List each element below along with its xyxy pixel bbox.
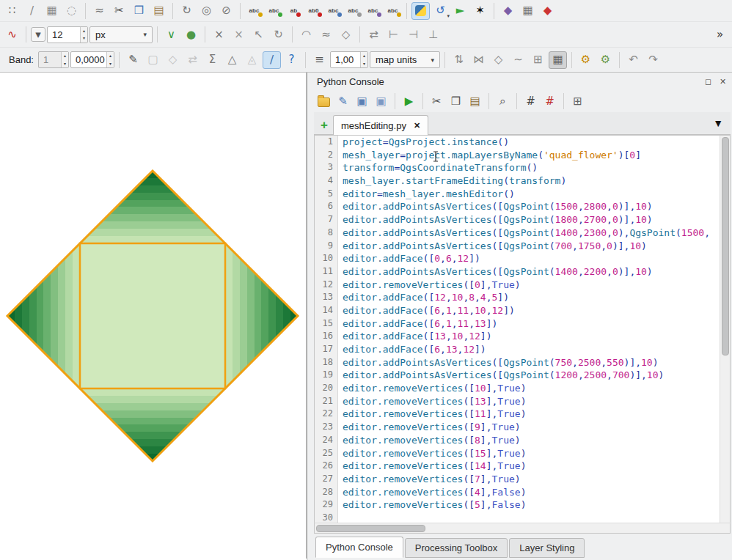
offset-curve-icon[interactable]: ◌ bbox=[62, 2, 81, 20]
code-line[interactable]: 23editor.removeVertices([9],True) bbox=[315, 421, 720, 434]
add-layer-icon[interactable]: ► bbox=[451, 2, 469, 20]
force-by-lines-icon[interactable]: ∕ bbox=[263, 51, 281, 69]
delete-part-icon[interactable]: × bbox=[210, 26, 228, 43]
label-change-properties-icon[interactable]: abc bbox=[364, 2, 382, 20]
code-line[interactable]: 1project=QgsProject.instance() bbox=[315, 136, 720, 149]
code-area[interactable]: 1project=QgsProject.instance()2mesh_laye… bbox=[315, 136, 720, 523]
tab-processing-toolbox[interactable]: Processing Toolbox bbox=[405, 538, 508, 558]
code-line[interactable]: 20editor.removeVertices([10],True) bbox=[315, 382, 720, 395]
code-line[interactable]: 13editor.addFace([12,10,8,4,5]) bbox=[315, 291, 720, 304]
comment-icon[interactable]: # bbox=[522, 93, 539, 109]
digitize-mesh-elements-icon[interactable]: ✎ bbox=[124, 51, 142, 69]
add-tab-button[interactable]: + bbox=[315, 117, 333, 134]
mesh-add-group-gear-icon[interactable]: ⚙ bbox=[596, 51, 615, 69]
select-mesh-by-rect-icon[interactable]: ▢ bbox=[144, 51, 162, 69]
trace-icon[interactable]: ◠ bbox=[297, 26, 315, 43]
code-line[interactable]: 19editor.addPointsAsVertices([QgsPoint(1… bbox=[315, 369, 720, 382]
band-spinbox-down-button[interactable]: ▾ bbox=[62, 60, 68, 68]
rotate-feature-icon[interactable]: ↻ bbox=[177, 2, 196, 20]
code-line[interactable]: 6editor.addPointsAsVertices([QgsPoint(15… bbox=[315, 200, 720, 213]
mesh-options-gear-icon[interactable]: ⚙ bbox=[577, 51, 595, 69]
mesh-calculator-icon[interactable]: ▦ bbox=[519, 2, 537, 20]
code-line[interactable]: 29editor.removeVertices([5],False) bbox=[315, 498, 720, 512]
code-line[interactable]: 25editor.removeVertices([15],True) bbox=[315, 447, 720, 460]
units-combo[interactable]: px▾ bbox=[89, 26, 153, 43]
code-line[interactable]: 28editor.removeVertices([4],False) bbox=[315, 486, 720, 499]
code-line[interactable]: 12editor.removeVertices([0],True) bbox=[315, 279, 720, 292]
code-line[interactable]: 8editor.addPointsAsVertices([QgsPoint(14… bbox=[315, 226, 720, 240]
width-units-combo[interactable]: map units▾ bbox=[370, 51, 440, 68]
copy-icon[interactable]: ❒ bbox=[447, 93, 464, 109]
label-callout-icon[interactable]: abc bbox=[384, 2, 402, 20]
float-panel-icon[interactable]: ◻ bbox=[703, 78, 713, 86]
smooth-mesh-icon[interactable]: ∼ bbox=[509, 51, 527, 69]
code-line[interactable]: 2mesh_layer=project.mapLayersByName('qua… bbox=[315, 149, 720, 162]
undo-icon[interactable]: ↺▾ bbox=[431, 2, 450, 20]
mesh-statistics-icon[interactable]: Σ bbox=[203, 51, 222, 69]
tab-layer-styling[interactable]: Layer Styling bbox=[509, 538, 585, 558]
move-vertex-icon[interactable]: ↖ bbox=[249, 26, 268, 43]
z-spinbox-up-button[interactable]: ▴ bbox=[107, 52, 114, 60]
merge-parts-icon[interactable]: ⊣ bbox=[404, 26, 422, 43]
move-feature-icon[interactable]: ▦ bbox=[43, 2, 61, 20]
cut-icon[interactable]: ✂ bbox=[428, 93, 445, 109]
code-line[interactable]: 14editor.addFace([6,1,11,10,12]) bbox=[315, 304, 720, 317]
editor-tab-meshediting[interactable]: meshEditing.py ✕ bbox=[333, 115, 428, 135]
code-line[interactable]: 15editor.addFace([6,1,11,13]) bbox=[315, 317, 720, 331]
stream-digitize-icon[interactable]: ≈ bbox=[317, 26, 335, 43]
rotate-vertices-icon[interactable]: ↻ bbox=[269, 26, 288, 43]
digitize-curve-icon[interactable]: ∨ bbox=[162, 26, 180, 43]
label-ab-red-icon[interactable]: ab bbox=[285, 2, 303, 20]
reshape-features-icon[interactable]: ∕ bbox=[23, 2, 41, 20]
code-line[interactable]: 9editor.addPointsAsVertices([QgsPoint(70… bbox=[315, 240, 720, 253]
code-line[interactable]: 11editor.addPointsAsVertices([QgsPoint(1… bbox=[315, 265, 720, 279]
code-line[interactable]: 5editor=mesh_layer.meshEditor() bbox=[315, 188, 720, 201]
cut-features-icon[interactable]: ✂ bbox=[110, 2, 128, 20]
snap-settings-icon[interactable]: ⊥ bbox=[424, 26, 442, 43]
size-spinbox-down-button[interactable]: ▾ bbox=[81, 34, 87, 43]
horizontal-scroll-thumb[interactable] bbox=[316, 525, 425, 532]
code-line[interactable]: 4mesh_layer.startFrameEditing(transform) bbox=[315, 174, 720, 188]
refine-face-icon[interactable]: ⊞ bbox=[529, 51, 547, 69]
tab-close-icon[interactable]: ✕ bbox=[414, 121, 420, 130]
tab-list-dropdown-icon[interactable]: ▼ bbox=[713, 117, 729, 129]
annotation-icon[interactable]: ∿ bbox=[3, 26, 21, 43]
flip-edge-icon[interactable]: ⇅ bbox=[450, 51, 468, 69]
close-panel-icon[interactable]: ✕ bbox=[718, 78, 728, 86]
mesh-digitizing-icon[interactable]: ◆ bbox=[499, 2, 517, 20]
style-dropdown-button[interactable]: ▾ bbox=[31, 27, 45, 42]
band-spinbox-up-button[interactable]: ▴ bbox=[62, 52, 68, 60]
editor-vertical-scrollbar[interactable] bbox=[720, 136, 730, 523]
band-spinbox[interactable]: 1▴▾ bbox=[38, 51, 69, 68]
shape-digitize-icon[interactable]: ● bbox=[182, 26, 200, 43]
transform-mesh-vertices-icon[interactable]: ⇄ bbox=[183, 51, 202, 69]
delete-ring-icon[interactable]: ⊘ bbox=[217, 2, 235, 20]
copy-features-icon[interactable]: ❒ bbox=[130, 2, 148, 20]
reverse-line-icon[interactable]: ⇄ bbox=[365, 26, 383, 43]
code-line[interactable]: 7editor.addPointsAsVertices([QgsPoint(18… bbox=[315, 213, 720, 226]
split-parts-icon[interactable]: ⊢ bbox=[384, 26, 403, 43]
size-spinbox-up-button[interactable]: ▴ bbox=[81, 27, 87, 35]
z-spinbox-down-button[interactable]: ▾ bbox=[107, 60, 114, 68]
code-line[interactable]: 26editor.removeVertices([14],True) bbox=[315, 460, 720, 473]
paste-icon[interactable]: ▤ bbox=[466, 93, 483, 109]
label-rotate-icon[interactable]: abc bbox=[344, 2, 362, 20]
undo-mesh-edit-icon[interactable]: ↶ bbox=[624, 51, 643, 69]
add-ring-icon[interactable]: ◎ bbox=[197, 2, 216, 20]
width-spinbox-up-button[interactable]: ▴ bbox=[361, 52, 367, 60]
editor-horizontal-scrollbar[interactable] bbox=[314, 523, 731, 534]
code-line[interactable]: 17editor.addFace([6,13,12]) bbox=[315, 343, 720, 356]
label-add-icon[interactable]: abc bbox=[265, 2, 283, 20]
code-editor[interactable]: 1project=QgsProject.instance()2mesh_laye… bbox=[314, 135, 731, 523]
run-script-icon[interactable]: ▶ bbox=[400, 93, 417, 109]
save-icon[interactable]: ▣ bbox=[354, 93, 370, 109]
delete-hole-icon[interactable]: × bbox=[230, 26, 248, 43]
selected-faces-tool-icon[interactable]: ▦ bbox=[549, 51, 567, 69]
find-text-icon[interactable]: ⌕ bbox=[494, 93, 511, 109]
simplify-feature-icon[interactable]: ≈ bbox=[90, 2, 109, 20]
code-line[interactable]: 21editor.removeVertices([13],True) bbox=[315, 395, 720, 408]
code-line[interactable]: 30 bbox=[315, 512, 720, 523]
width-spinbox[interactable]: 1,00▴▾ bbox=[330, 51, 368, 68]
object-inspector-icon[interactable]: ⊞ bbox=[569, 93, 586, 109]
vertical-scroll-thumb[interactable] bbox=[722, 137, 729, 355]
